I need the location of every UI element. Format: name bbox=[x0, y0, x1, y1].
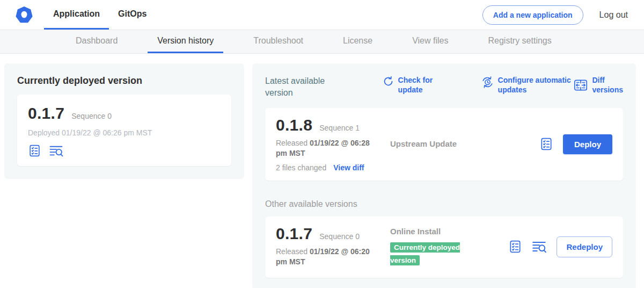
other-version-card: 0.1.7 Sequence 0 Released 01/19/22 @ 06:… bbox=[265, 217, 623, 278]
version-checklist-icon[interactable] bbox=[28, 144, 41, 157]
top-nav-right: Add a new application Log out bbox=[482, 0, 644, 30]
subnav-item-view-files[interactable]: View files bbox=[402, 30, 458, 53]
diff-versions-link[interactable]: Diff versions bbox=[574, 75, 623, 95]
currently-deployed-panel: Currently deployed version 0.1.7 Sequenc… bbox=[4, 63, 244, 179]
top-tabs: Application GitOps bbox=[44, 0, 156, 30]
available-panel-header: Latest available version Check for updat… bbox=[265, 75, 623, 98]
deployed-actions bbox=[28, 144, 221, 157]
version-info: 0.1.8 Sequence 1 Released 01/19/22 @ 06:… bbox=[276, 116, 390, 172]
sequence-label: Sequence 0 bbox=[71, 112, 112, 120]
version-checklist-icon[interactable] bbox=[539, 137, 553, 151]
released-prefix: Released bbox=[276, 247, 310, 256]
version-row: 0.1.7 Sequence 0 bbox=[28, 104, 221, 123]
version-actions: Deploy bbox=[539, 134, 612, 154]
tab-gitops[interactable]: GitOps bbox=[109, 0, 156, 30]
auto-update-clock-icon bbox=[481, 76, 494, 88]
top-nav: Application GitOps Add a new application… bbox=[0, 0, 644, 30]
deployed-version-card: 0.1.7 Sequence 0 Deployed 01/19/22 @ 06:… bbox=[17, 95, 231, 166]
tab-application[interactable]: Application bbox=[44, 0, 109, 30]
view-logs-icon[interactable] bbox=[49, 144, 64, 157]
released-prefix: Released bbox=[276, 139, 310, 147]
version-number: 0.1.8 bbox=[276, 116, 312, 134]
diff-versions-label: Diff versions bbox=[592, 75, 623, 95]
released-timestamp: Released 01/19/22 @ 06:28 pm MST bbox=[276, 138, 382, 159]
view-logs-icon[interactable] bbox=[532, 240, 547, 254]
subnav-item-license[interactable]: License bbox=[333, 30, 382, 53]
view-diff-link[interactable]: View diff bbox=[333, 163, 364, 172]
subnav-item-troubleshoot[interactable]: Troubleshoot bbox=[244, 30, 313, 53]
refresh-icon bbox=[383, 76, 394, 87]
heptagon-logo-icon bbox=[15, 5, 33, 25]
released-timestamp: Released 01/19/22 @ 06:20 pm MST bbox=[276, 247, 382, 267]
diff-columns-icon bbox=[574, 79, 588, 91]
latest-available-title: Latest available version bbox=[265, 75, 334, 98]
subnav-item-registry-settings[interactable]: Registry settings bbox=[478, 30, 561, 53]
version-source: Upstream Update bbox=[390, 139, 539, 149]
version-row: 0.1.7 Sequence 0 bbox=[276, 225, 390, 243]
version-info: 0.1.7 Sequence 0 Released 01/19/22 @ 06:… bbox=[276, 225, 390, 269]
currently-deployed-badge: Currently deployed version bbox=[390, 242, 460, 266]
currently-deployed-title: Currently deployed version bbox=[17, 75, 231, 87]
version-row: 0.1.8 Sequence 1 bbox=[276, 116, 390, 134]
deploy-button[interactable]: Deploy bbox=[563, 134, 612, 154]
check-for-update-link[interactable]: Check for update bbox=[383, 75, 440, 95]
source-label: Online Install bbox=[390, 227, 441, 236]
version-source: Online Install Currently deployed versio… bbox=[390, 227, 508, 268]
configure-updates-link[interactable]: Configure automatic updates bbox=[481, 75, 574, 95]
version-number: 0.1.7 bbox=[28, 104, 64, 123]
sequence-label: Sequence 1 bbox=[319, 124, 360, 132]
subnav-item-dashboard[interactable]: Dashboard bbox=[66, 30, 127, 53]
logout-link[interactable]: Log out bbox=[599, 10, 628, 20]
version-actions: Redeploy bbox=[508, 236, 612, 257]
add-application-button[interactable]: Add a new application bbox=[482, 5, 583, 25]
check-for-update-label: Check for update bbox=[398, 75, 440, 95]
redeploy-button[interactable]: Redeploy bbox=[557, 236, 612, 257]
deployed-badge-wrap: Currently deployed version bbox=[390, 241, 485, 268]
version-checklist-icon[interactable] bbox=[508, 240, 522, 254]
sequence-label: Sequence 0 bbox=[319, 232, 360, 241]
available-versions-panel: Latest available version Check for updat… bbox=[252, 63, 636, 288]
app-logo[interactable] bbox=[15, 0, 33, 30]
configure-updates-label: Configure automatic updates bbox=[498, 75, 574, 95]
main-content: Currently deployed version 0.1.7 Sequenc… bbox=[0, 54, 644, 288]
other-versions-title: Other available versions bbox=[265, 199, 623, 209]
app-sub-nav: Dashboard Version history Troubleshoot L… bbox=[0, 30, 644, 54]
version-number: 0.1.7 bbox=[276, 225, 312, 243]
files-changed-row: 2 files changedView diff bbox=[276, 163, 390, 172]
deployed-timestamp: Deployed 01/19/22 @ 06:26 pm MST bbox=[28, 128, 221, 137]
latest-version-card: 0.1.8 Sequence 1 Released 01/19/22 @ 06:… bbox=[265, 108, 623, 181]
files-changed-label: 2 files changed bbox=[276, 163, 326, 172]
subnav-item-version-history[interactable]: Version history bbox=[148, 30, 223, 53]
source-label: Upstream Update bbox=[390, 139, 457, 148]
